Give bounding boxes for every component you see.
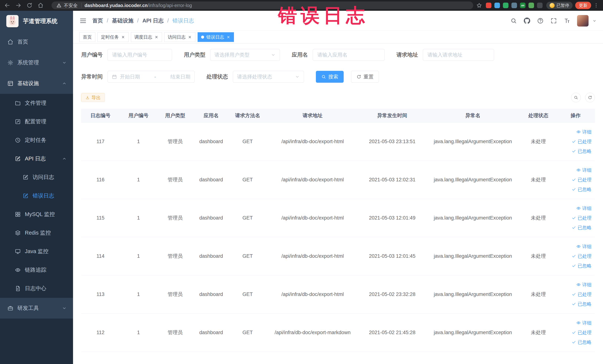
cell-method: GET bbox=[229, 199, 266, 237]
hamburger-icon[interactable] bbox=[79, 17, 87, 24]
table-tools bbox=[571, 93, 595, 102]
processed-link[interactable]: 已处理 bbox=[572, 328, 591, 337]
tab[interactable]: 调度日志 bbox=[131, 32, 162, 42]
breadcrumb-item[interactable]: 基础设施 bbox=[103, 17, 133, 24]
browser-menu-icon[interactable] bbox=[593, 3, 599, 8]
sidebar-item[interactable]: 系统管理 bbox=[0, 52, 73, 73]
detail-link[interactable]: 详细 bbox=[576, 165, 591, 175]
processed-link[interactable]: 已处理 bbox=[572, 175, 591, 185]
close-icon[interactable] bbox=[226, 35, 231, 39]
fullscreen-icon[interactable] bbox=[550, 17, 557, 24]
cell-log-id: 117 bbox=[81, 122, 120, 161]
tab[interactable]: 定时任务 bbox=[97, 32, 129, 42]
back-icon[interactable] bbox=[4, 2, 10, 9]
bookmark-star-icon[interactable] bbox=[476, 2, 482, 8]
ignored-link[interactable]: 已忽略 bbox=[572, 223, 591, 232]
browser-update-button[interactable]: 更新 bbox=[575, 2, 591, 9]
eye-icon bbox=[576, 244, 581, 249]
column-header: 异常发生时间 bbox=[359, 109, 425, 122]
reset-button[interactable]: 重置 bbox=[351, 71, 379, 83]
tab[interactable]: 错误日志 bbox=[197, 32, 234, 42]
breadcrumb-item[interactable]: API 日志 bbox=[133, 17, 163, 24]
github-icon[interactable] bbox=[524, 17, 530, 24]
search-button[interactable]: 搜索 bbox=[316, 71, 344, 83]
export-button[interactable]: 导出 bbox=[81, 93, 105, 102]
sidebar-item[interactable]: 文件管理 bbox=[0, 94, 73, 112]
close-icon[interactable] bbox=[188, 35, 192, 39]
help-icon[interactable] bbox=[537, 17, 544, 24]
search-icon[interactable] bbox=[510, 17, 517, 24]
sidebar-item[interactable]: 配置管理 bbox=[0, 112, 73, 131]
tab[interactable]: 访问日志 bbox=[164, 32, 195, 42]
sidebar-item[interactable]: API 日志 bbox=[0, 150, 73, 168]
address-bar[interactable]: 不安全 dashboard.yudao.iocoder.cn /infra/lo… bbox=[52, 1, 473, 9]
cell-log-id: 116 bbox=[81, 161, 120, 199]
table-row: 115 1 管理员 dashboard GET /api/infra/db-do… bbox=[81, 199, 595, 237]
request-url-input[interactable] bbox=[423, 49, 494, 61]
sidebar-item[interactable]: 访问日志 bbox=[0, 168, 73, 187]
sidebar-item[interactable]: MySQL 监控 bbox=[0, 205, 73, 224]
detail-link[interactable]: 详细 bbox=[576, 280, 591, 289]
ignored-link[interactable]: 已忽略 bbox=[572, 146, 591, 156]
extension-icon[interactable]: on bbox=[520, 3, 525, 8]
cell-method: GET bbox=[229, 161, 266, 199]
refresh-button[interactable] bbox=[585, 93, 595, 102]
reload-icon[interactable] bbox=[26, 2, 33, 9]
sidebar-item[interactable]: 错误日志 bbox=[0, 187, 73, 205]
forward-icon[interactable] bbox=[15, 2, 22, 9]
column-header: 异常名 bbox=[425, 109, 521, 122]
breadcrumb-item[interactable]: 首页 bbox=[92, 17, 103, 24]
browser-home-icon[interactable] bbox=[37, 2, 44, 9]
extension-icon[interactable] bbox=[529, 3, 534, 8]
processed-link[interactable]: 已处理 bbox=[572, 213, 591, 223]
cell-status: 未处理 bbox=[520, 122, 556, 161]
sidebar-item[interactable]: 研发工具 bbox=[0, 298, 73, 318]
date-range-picker[interactable]: 开始日期 - 结束日期 bbox=[107, 71, 195, 83]
detail-link[interactable]: 详细 bbox=[576, 127, 591, 137]
extension-icon[interactable] bbox=[503, 3, 509, 8]
avatar[interactable] bbox=[577, 15, 589, 26]
extension-icon[interactable] bbox=[494, 3, 500, 8]
refresh-icon bbox=[588, 95, 592, 100]
breadcrumb-item[interactable]: 错误日志 bbox=[164, 17, 194, 24]
font-size-icon[interactable] bbox=[564, 17, 570, 24]
close-icon[interactable] bbox=[121, 35, 125, 39]
ignored-link[interactable]: 已忽略 bbox=[572, 337, 591, 347]
calendar-icon bbox=[112, 74, 117, 79]
detail-link[interactable]: 详细 bbox=[576, 203, 591, 213]
menu-icon bbox=[15, 230, 21, 236]
sidebar-item[interactable]: Redis 监控 bbox=[0, 224, 73, 242]
sidebar-item[interactable]: 首页 bbox=[0, 32, 73, 52]
process-status-select[interactable]: 请选择处理状态 bbox=[233, 71, 304, 83]
eye-icon bbox=[576, 321, 581, 325]
extension-icon[interactable] bbox=[486, 3, 491, 8]
cell-user-type: 管理员 bbox=[157, 161, 193, 199]
processed-link[interactable]: 已处理 bbox=[572, 137, 591, 146]
cell-app-name: dashboard bbox=[193, 275, 229, 313]
detail-link[interactable]: 详细 bbox=[576, 242, 591, 251]
ignored-link[interactable]: 已忽略 bbox=[572, 185, 591, 194]
sidebar-item[interactable]: 链路追踪 bbox=[0, 261, 73, 279]
sidebar-item[interactable]: Java 监控 bbox=[0, 242, 73, 261]
logo-image bbox=[6, 15, 19, 27]
caret-down-icon[interactable] bbox=[592, 19, 597, 23]
extension-icon[interactable] bbox=[511, 3, 517, 8]
processed-link[interactable]: 已处理 bbox=[572, 251, 591, 261]
user-type-select[interactable]: 请选择用户类型 bbox=[210, 49, 280, 61]
cell-exception: java.lang.IllegalArgumentException bbox=[425, 161, 521, 199]
ignored-link[interactable]: 已忽略 bbox=[572, 299, 591, 309]
search-toggle-button[interactable] bbox=[571, 93, 581, 102]
tab[interactable]: 首页 bbox=[79, 32, 95, 42]
detail-link[interactable]: 详细 bbox=[576, 318, 591, 328]
paused-badge[interactable]: 已暂停 bbox=[546, 2, 573, 9]
extension-icon[interactable] bbox=[537, 3, 543, 8]
sidebar-item[interactable]: 基础设施 bbox=[0, 73, 73, 94]
user-id-input[interactable] bbox=[107, 49, 172, 61]
processed-link[interactable]: 已处理 bbox=[572, 289, 591, 299]
app-name-input[interactable] bbox=[313, 49, 385, 61]
sidebar-item[interactable]: 定时任务 bbox=[0, 131, 73, 150]
sidebar-item[interactable]: 日志中心 bbox=[0, 279, 73, 298]
logo[interactable]: 芋道管理系统 bbox=[0, 11, 73, 32]
close-icon[interactable] bbox=[154, 35, 159, 39]
ignored-link[interactable]: 已忽略 bbox=[572, 261, 591, 270]
